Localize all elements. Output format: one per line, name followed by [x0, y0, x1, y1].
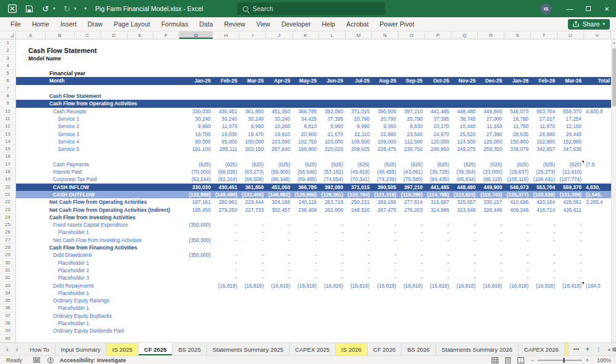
col-header-N[interactable]: N — [372, 31, 399, 39]
cell-G2[interactable] — [179, 47, 213, 54]
cell-O11[interactable]: 20,790 — [399, 115, 425, 123]
cell-T28[interactable] — [531, 244, 557, 251]
cell-J6[interactable]: Apr-25 — [266, 77, 293, 84]
cell-I16[interactable] — [240, 153, 266, 160]
cell-M24[interactable] — [346, 214, 372, 221]
cell-S2[interactable] — [505, 47, 531, 54]
cell-U35[interactable] — [557, 297, 584, 304]
cell-M13[interactable]: 22,110 — [346, 131, 372, 138]
cell-S25[interactable]: - — [505, 221, 531, 229]
cell-P37[interactable] — [425, 312, 452, 320]
cell-O23[interactable]: 276,203 — [399, 206, 425, 214]
cell-R39[interactable] — [478, 327, 505, 334]
cell-S35[interactable] — [505, 297, 531, 304]
cell-Q32[interactable]: - — [452, 274, 478, 281]
cell-K15[interactable]: 198,900 — [293, 145, 319, 153]
cell-R37[interactable] — [478, 312, 505, 320]
cell-U5[interactable] — [557, 70, 584, 77]
cell-S39[interactable] — [505, 327, 531, 334]
cell-U39[interactable] — [557, 327, 584, 334]
cell-M15[interactable]: 209,625 — [346, 145, 372, 153]
cell-K9[interactable] — [293, 100, 319, 107]
cell-O29[interactable]: - — [399, 251, 425, 259]
cell-L7[interactable] — [319, 85, 346, 92]
cell-V18[interactable] — [584, 168, 611, 176]
cell-P40[interactable] — [425, 335, 452, 342]
cell-U14[interactable]: 152,880 — [557, 138, 584, 145]
cell-R32[interactable]: - — [478, 274, 505, 281]
cell-U13[interactable]: 29,440 — [557, 131, 584, 138]
cell-T33[interactable]: (16,818) — [531, 282, 557, 289]
col-header-E[interactable]: E — [128, 31, 153, 39]
cell-O13[interactable]: 23,540 — [399, 131, 425, 138]
cell-Q2[interactable] — [452, 47, 478, 54]
cell-I6[interactable]: Mar-25 — [240, 77, 266, 84]
cell-K35[interactable] — [293, 297, 319, 304]
cell-H11[interactable]: 30,240 — [213, 115, 240, 123]
cell-K34[interactable] — [293, 289, 319, 297]
cell-U1[interactable] — [557, 39, 584, 47]
cell-L8[interactable] — [319, 92, 346, 100]
cell-O24[interactable] — [399, 214, 425, 221]
row-header-34[interactable]: 34 — [0, 289, 16, 297]
cell-R26[interactable]: - — [478, 229, 505, 236]
cell-V13[interactable] — [584, 131, 611, 138]
cell-U37[interactable] — [557, 312, 584, 320]
cell-I40[interactable] — [240, 335, 266, 342]
cell-Q11[interactable]: 38,745 — [452, 115, 478, 123]
cell-K14[interactable]: 102,750 — [293, 138, 319, 145]
cell-K29[interactable]: - — [293, 251, 319, 259]
cell-L19[interactable]: (74,554) — [319, 176, 346, 183]
cell-Q14[interactable]: 124,500 — [452, 138, 478, 145]
cell-I35[interactable] — [240, 297, 266, 304]
cell-O36[interactable] — [399, 304, 425, 312]
cell-M16[interactable] — [346, 153, 372, 160]
cell-N35[interactable] — [372, 297, 399, 304]
cell-J11[interactable]: 30,240 — [266, 115, 293, 123]
cell-K26[interactable]: - — [293, 229, 319, 236]
cell-R28[interactable] — [478, 244, 505, 251]
cell-G13[interactable]: 18,700 — [179, 131, 213, 138]
cell-Q21[interactable]: (122,823) — [452, 191, 478, 198]
cell-M37[interactable] — [346, 312, 372, 320]
cell-N3[interactable] — [372, 55, 399, 62]
undo-dropdown-icon[interactable]: ▾ — [53, 6, 55, 11]
cell-S12[interactable]: 11,780 — [505, 123, 531, 130]
cell-H1[interactable] — [213, 39, 240, 47]
cell-S18[interactable]: (29,637) — [505, 168, 531, 176]
cell-V29[interactable] — [584, 251, 611, 259]
cell-R10[interactable]: 449,900 — [478, 108, 505, 115]
cell-R31[interactable]: - — [478, 267, 505, 274]
cell-T3[interactable] — [531, 55, 557, 62]
cell-G12[interactable]: 9,990 — [179, 123, 213, 130]
cell-G4[interactable] — [179, 62, 213, 70]
sheet-tab-statements-summary-2026[interactable]: Statements Summary 2026 — [436, 343, 519, 355]
cell-R18[interactable]: (33,000) — [478, 168, 505, 176]
cell-P29[interactable]: - — [425, 251, 452, 259]
cell-L15[interactable]: 220,025 — [319, 145, 346, 153]
cell-R11[interactable]: 27,000 — [478, 115, 505, 123]
cell-O26[interactable]: - — [399, 229, 425, 236]
col-header-I[interactable]: I — [240, 31, 266, 39]
cell-N12[interactable]: 9,360 — [372, 123, 399, 130]
cell-K30[interactable]: - — [293, 259, 319, 267]
cell-G37[interactable] — [179, 312, 213, 320]
cell-J1[interactable] — [266, 39, 293, 47]
cell-L11[interactable]: 37,395 — [319, 115, 346, 123]
cell-I17[interactable]: (625) — [240, 161, 266, 168]
cell-R15[interactable]: 259,350 — [478, 145, 505, 153]
cell-S19[interactable]: (105,115) — [505, 176, 531, 183]
cell-Q18[interactable]: (36,364) — [452, 168, 478, 176]
cell-M12[interactable]: 9,990 — [346, 123, 372, 130]
cell-T23[interactable]: 418,714 — [531, 206, 557, 214]
cell-V16[interactable] — [584, 153, 611, 160]
cell-V8[interactable] — [584, 92, 611, 100]
row-header-33[interactable]: 33 — [0, 282, 16, 289]
cell-U33[interactable]: (16,818) — [557, 282, 584, 289]
col-header-U[interactable]: U — [557, 31, 584, 39]
cell-V2[interactable] — [584, 47, 611, 54]
cell-P23[interactable]: 314,986 — [425, 206, 452, 214]
cell-J14[interactable]: 103,000 — [266, 138, 293, 145]
cell-H2[interactable] — [213, 47, 240, 54]
cell-T30[interactable]: - — [531, 259, 557, 267]
